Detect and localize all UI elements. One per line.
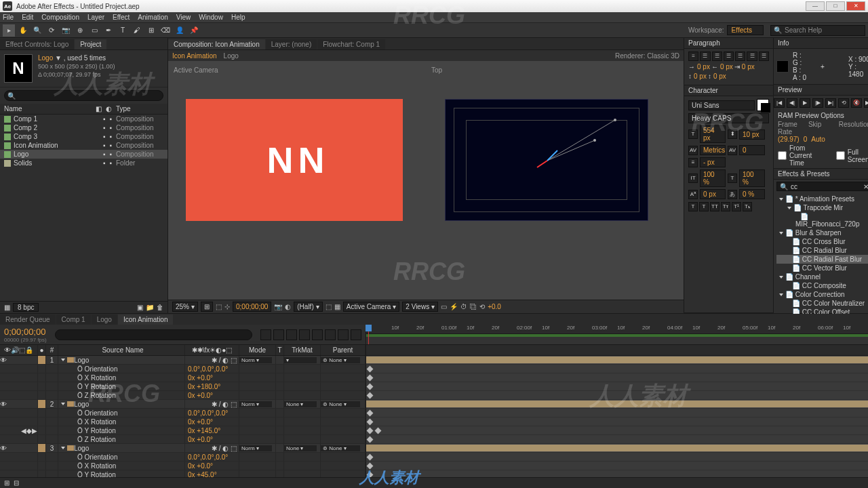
timeline-icon[interactable]: ⏱ xyxy=(460,303,467,310)
superscript-button[interactable]: T¹ xyxy=(732,202,741,211)
small-caps-button[interactable]: Tт xyxy=(721,202,730,211)
project-item[interactable]: Comp 1▪▪Composition xyxy=(0,115,167,123)
draft-3d-button[interactable] xyxy=(273,329,284,340)
exposure-reset-icon[interactable]: ⟲ xyxy=(479,303,485,310)
font-dropdown[interactable]: Uni Sans xyxy=(688,100,755,110)
effects-tree-item[interactable]: 📄 MIR_Fibonacci_720p xyxy=(776,212,868,228)
pan-behind-tool[interactable]: ⊕ xyxy=(74,24,86,37)
timecode[interactable]: 0;00;00;00 xyxy=(4,327,47,337)
effects-tree-item[interactable]: 📄 Color Correction xyxy=(776,290,868,299)
menu-animation[interactable]: Animation xyxy=(138,14,167,21)
timeline-tab[interactable]: Logo xyxy=(92,314,117,325)
menu-layer[interactable]: Layer xyxy=(87,14,104,21)
menu-window[interactable]: Window xyxy=(199,14,223,21)
guides-icon[interactable]: ⊹ xyxy=(224,303,230,310)
snapshot-icon[interactable]: 📷 xyxy=(274,303,282,310)
timeline-property-row[interactable]: ◀◆▶Ö Y Rotation0x +145.0° xyxy=(0,426,868,435)
rotation-tool[interactable]: ⟳ xyxy=(45,24,58,37)
new-folder-icon[interactable]: 📁 xyxy=(146,304,154,311)
kerning-input[interactable]: Metrics xyxy=(700,145,726,155)
exposure-value[interactable]: +0.0 xyxy=(488,303,501,310)
leading-input[interactable]: 10 px xyxy=(739,129,765,140)
timeline-property-row[interactable]: Ö Z Rotation0x +0.0° xyxy=(0,435,868,444)
shape-tool[interactable]: ▭ xyxy=(88,24,100,37)
timeline-tab[interactable]: Render Queue xyxy=(0,314,56,325)
effects-tree-item[interactable]: 📄 Trapcode Mir xyxy=(776,203,868,212)
new-comp-icon[interactable]: ▣ xyxy=(137,304,143,311)
stroke-input[interactable]: - px xyxy=(700,157,726,167)
workspace-dropdown[interactable]: Effects xyxy=(727,25,764,35)
project-item[interactable]: Comp 2▪▪Composition xyxy=(0,123,167,132)
loop-button[interactable]: ⟲ xyxy=(838,98,849,108)
full-screen-checkbox[interactable] xyxy=(836,151,845,160)
align-right-button[interactable]: ☰ xyxy=(712,52,722,61)
timeline-property-row[interactable]: Ö Orientation0.0°,0.0°,0.0° xyxy=(0,453,868,462)
baseline-input[interactable]: 0 px xyxy=(700,189,726,199)
hscale-input[interactable]: 100 % xyxy=(739,169,765,187)
close-button[interactable]: ✕ xyxy=(846,1,865,11)
type-tool[interactable]: T xyxy=(117,24,129,37)
tsume-input[interactable]: 0 % xyxy=(739,189,765,199)
channel-icon[interactable]: ◐ xyxy=(285,303,291,310)
brainstorm-button[interactable] xyxy=(325,329,336,340)
clone-tool[interactable]: ⊞ xyxy=(145,24,157,37)
timeline-property-row[interactable]: Ö X Rotation0x +0.0° xyxy=(0,373,868,382)
interpret-icon[interactable]: ▦ xyxy=(4,304,10,311)
comp-mini-flowchart-button[interactable] xyxy=(260,329,271,340)
effects-tree-item[interactable]: 📄 Channel xyxy=(776,272,868,281)
timeline-layer-row[interactable]: 👁1Logo✱ / ◐ ⬚Norm ▾ ▾⊚ None ▾ xyxy=(0,356,868,365)
effects-tree-item[interactable]: 📄 CC Radial Fast Blur xyxy=(776,255,868,264)
timeline-tab[interactable]: Icon Animation xyxy=(118,314,174,325)
toggle-switches-icon[interactable]: ⊞ xyxy=(4,479,9,487)
project-item[interactable]: Icon Animation▪▪Composition xyxy=(0,141,167,150)
graph-editor-button[interactable] xyxy=(351,329,361,340)
effects-search[interactable]: 🔍cc✕ xyxy=(776,182,868,191)
effects-tree-item[interactable]: 📄 CC Color Neutralizer xyxy=(776,299,868,308)
tracking-input[interactable]: 0 xyxy=(739,145,765,155)
pixel-aspect-icon[interactable]: ▭ xyxy=(441,303,447,310)
faux-italic-button[interactable]: T xyxy=(699,202,709,211)
menu-file[interactable]: File xyxy=(3,14,14,21)
camera-tool[interactable]: 📷 xyxy=(60,24,72,37)
mask-icon[interactable]: ⬚ xyxy=(216,303,222,310)
timeline-tab[interactable]: Comp 1 xyxy=(56,314,91,325)
timeline-property-row[interactable]: Ö Y Rotation0x +45.0° xyxy=(0,470,868,477)
current-time[interactable]: 0;00;00;00 xyxy=(233,302,271,312)
search-help-input[interactable]: 🔍 Search Help xyxy=(770,25,865,36)
breadcrumb[interactable]: Logo xyxy=(224,52,239,60)
all-caps-button[interactable]: TT xyxy=(710,202,719,211)
roto-tool[interactable]: 👤 xyxy=(174,24,186,37)
timeline-property-row[interactable]: Ö Y Rotation0x +180.0° xyxy=(0,382,868,391)
last-frame-button[interactable]: ▶| xyxy=(825,98,836,108)
timeline-property-row[interactable]: Ö X Rotation0x +0.0° xyxy=(0,462,868,470)
viewport-top[interactable]: Top xyxy=(430,65,679,296)
comp-tab[interactable]: Layer: (none) xyxy=(266,39,317,49)
font-style-dropdown[interactable]: Heavy CAPS xyxy=(688,113,769,123)
project-item[interactable]: Comp 3▪▪Composition xyxy=(0,132,167,141)
next-frame-button[interactable]: |▶ xyxy=(812,98,823,108)
effects-tree-item[interactable]: 📄 CC Vector Blur xyxy=(776,264,868,272)
zoom-dropdown[interactable]: 25% ▾ xyxy=(172,302,198,312)
prev-frame-button[interactable]: ◀| xyxy=(787,98,797,108)
effect-controls-tab[interactable]: Effect Controls: Logo xyxy=(0,39,74,49)
from-current-checkbox[interactable] xyxy=(778,151,787,160)
faux-bold-button[interactable]: T xyxy=(688,202,698,211)
project-item[interactable]: Solids▪▪Folder xyxy=(0,159,167,167)
bpc-button[interactable]: 8 bpc xyxy=(13,303,39,312)
comp-tab[interactable]: Composition: Icon Animation xyxy=(168,39,265,49)
zoom-tool[interactable]: 🔍 xyxy=(31,24,43,37)
menu-help[interactable]: Help xyxy=(231,14,245,21)
puppet-tool[interactable]: 📌 xyxy=(188,24,200,37)
align-left-button[interactable]: ≡ xyxy=(688,52,698,61)
comp-tab[interactable]: Flowchart: Comp 1 xyxy=(317,39,385,49)
renderer-label[interactable]: Renderer: Classic 3D xyxy=(615,52,679,60)
pen-tool[interactable]: ✒ xyxy=(102,24,115,37)
menu-view[interactable]: View xyxy=(176,14,191,21)
vscale-input[interactable]: 100 % xyxy=(700,169,726,187)
first-frame-button[interactable]: |◀ xyxy=(774,98,785,108)
project-tab[interactable]: Project xyxy=(75,39,106,49)
project-item[interactable]: Logo▪▪Composition xyxy=(0,150,167,159)
effects-tree-item[interactable]: 📄 * Animation Presets xyxy=(776,195,868,203)
fast-preview-icon[interactable]: ⚡ xyxy=(450,303,458,310)
hand-tool[interactable]: ✋ xyxy=(17,24,29,37)
